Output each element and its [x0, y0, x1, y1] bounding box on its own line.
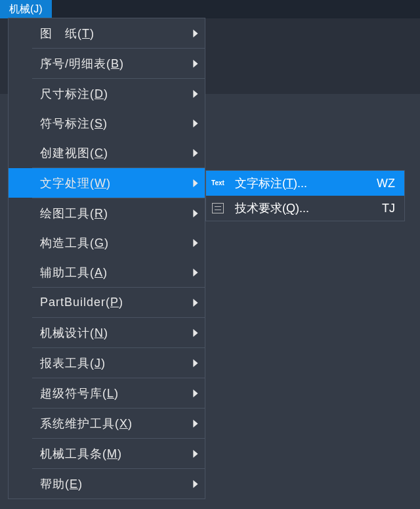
submenu-arrow-icon: [186, 90, 205, 98]
menu-item-label: 构造工具(G): [32, 235, 186, 251]
menu-item-icon-slot: [9, 138, 32, 167]
menu-item-9[interactable]: PartBuilder(P): [9, 288, 205, 317]
menu-item-label: 系统维护工具(X): [32, 416, 186, 432]
submenu-arrow-icon: [186, 60, 205, 68]
menu-item-label: 超级符号库(L): [32, 386, 186, 401]
submenu-arrow-icon: [186, 329, 205, 337]
submenu-text-processing: Text文字标注(T)...WZ技术要求(Q)...TJ: [205, 170, 405, 221]
text-icon: Text: [206, 171, 230, 196]
menu-item-icon-slot: [9, 228, 32, 257]
menu-item-label: 辅助工具(A): [32, 265, 186, 280]
menu-item-icon-slot: [9, 378, 32, 408]
menu-item-label: 帮助(E): [32, 476, 186, 492]
submenu-arrow-icon: [186, 120, 205, 127]
submenu-arrow-icon: [186, 179, 205, 187]
submenu-item-0[interactable]: Text文字标注(T)...WZ: [206, 171, 404, 196]
menu-item-label: 图 纸(T): [32, 26, 186, 41]
menu-bar: 机械(J): [0, 0, 420, 18]
menu-item-icon-slot: [9, 79, 32, 108]
menu-item-13[interactable]: 系统维护工具(X): [9, 409, 205, 438]
menu-item-icon-slot: [9, 18, 32, 48]
menu-item-icon-slot: [9, 257, 32, 287]
document-icon: [206, 196, 230, 221]
menu-item-label: 机械设计(N): [32, 325, 186, 341]
menu-item-11[interactable]: 报表工具(J): [9, 348, 205, 378]
menu-item-label: 序号/明细表(B): [32, 56, 186, 72]
submenu-arrow-icon: [186, 389, 205, 397]
menu-item-icon-slot: [9, 409, 32, 438]
menu-item-2[interactable]: 尺寸标注(D): [9, 79, 205, 108]
menu-item-label: 机械工具条(M): [32, 446, 186, 462]
menu-item-6[interactable]: 绘图工具(R): [9, 198, 205, 228]
submenu-arrow-icon: [186, 359, 205, 367]
submenu-arrow-icon: [186, 149, 205, 157]
menu-item-icon-slot: [9, 288, 32, 317]
menu-item-icon-slot: [9, 469, 32, 498]
menu-item-3[interactable]: 符号标注(S): [9, 108, 205, 138]
menu-item-label: 符号标注(S): [32, 116, 186, 131]
menu-item-10[interactable]: 机械设计(N): [9, 318, 205, 347]
menu-item-icon-slot: [9, 49, 32, 78]
menu-item-label: 创建视图(C): [32, 145, 186, 161]
menu-item-8[interactable]: 辅助工具(A): [9, 257, 205, 287]
menu-item-icon-slot: [9, 439, 32, 468]
menu-item-icon-slot: [9, 318, 32, 347]
main-dropdown-menu: 图 纸(T)序号/明细表(B)尺寸标注(D)符号标注(S)创建视图(C)文字处理…: [8, 18, 205, 499]
menu-item-label: PartBuilder(P): [32, 296, 186, 309]
menu-tab-mechanical[interactable]: 机械(J): [0, 0, 52, 18]
submenu-item-label: 文字标注(T)...: [230, 175, 377, 191]
menu-item-icon-slot: [9, 348, 32, 378]
submenu-arrow-icon: [186, 450, 205, 458]
submenu-item-shortcut: WZ: [377, 177, 404, 190]
submenu-item-label: 技术要求(Q)...: [230, 200, 382, 216]
menu-item-label: 尺寸标注(D): [32, 86, 186, 102]
menu-item-label: 文字处理(W): [32, 175, 186, 191]
submenu-arrow-icon: [186, 239, 205, 247]
submenu-arrow-icon: [186, 299, 205, 307]
menu-item-icon-slot: [9, 168, 32, 198]
menu-item-12[interactable]: 超级符号库(L): [9, 378, 205, 408]
menu-item-icon-slot: [9, 108, 32, 138]
submenu-arrow-icon: [186, 420, 205, 428]
menu-item-0[interactable]: 图 纸(T): [9, 18, 205, 48]
menu-item-14[interactable]: 机械工具条(M): [9, 439, 205, 468]
menu-item-label: 报表工具(J): [32, 355, 186, 371]
submenu-arrow-icon: [186, 30, 205, 37]
menu-tab-label: 机械(J): [9, 3, 43, 16]
submenu-item-shortcut: TJ: [382, 202, 404, 215]
menu-item-icon-slot: [9, 198, 32, 228]
menu-item-7[interactable]: 构造工具(G): [9, 228, 205, 257]
menu-item-1[interactable]: 序号/明细表(B): [9, 49, 205, 78]
submenu-arrow-icon: [186, 269, 205, 277]
menu-item-4[interactable]: 创建视图(C): [9, 138, 205, 167]
menu-item-15[interactable]: 帮助(E): [9, 469, 205, 498]
menu-item-5[interactable]: 文字处理(W): [9, 168, 205, 198]
submenu-arrow-icon: [186, 480, 205, 488]
menu-item-label: 绘图工具(R): [32, 206, 186, 221]
submenu-arrow-icon: [186, 210, 205, 217]
submenu-item-1[interactable]: 技术要求(Q)...TJ: [206, 196, 404, 221]
